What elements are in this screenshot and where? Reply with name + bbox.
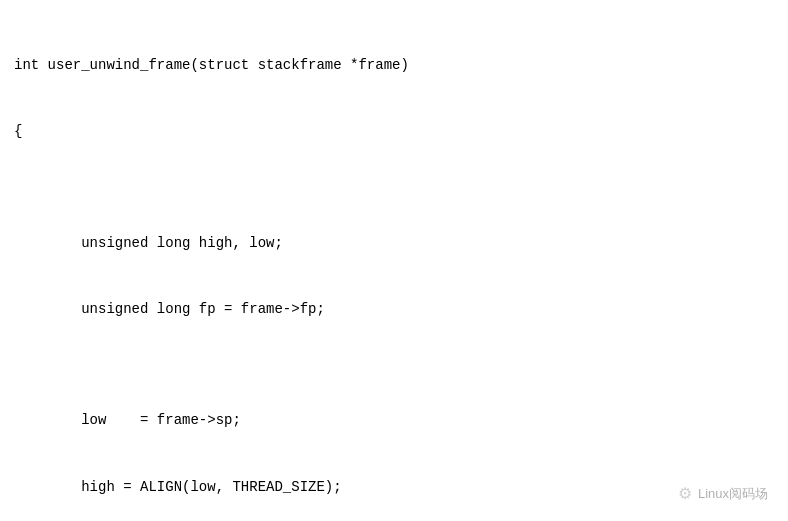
code-line-5: unsigned long fp = frame->fp; xyxy=(14,299,774,321)
code-line-1: int user_unwind_frame(struct stackframe … xyxy=(14,55,774,77)
code-line-7: low = frame->sp; xyxy=(14,410,774,432)
code-line-4: unsigned long high, low; xyxy=(14,233,774,255)
code-line-2: { xyxy=(14,121,774,143)
code-block: int user_unwind_frame(struct stackframe … xyxy=(0,0,788,521)
watermark-icon: ⚙ xyxy=(678,481,692,507)
watermark-text: Linux阅码场 xyxy=(698,484,768,505)
watermark: ⚙ Linux阅码场 xyxy=(678,481,768,507)
code-line-8: high = ALIGN(low, THREAD_SIZE); xyxy=(14,477,774,499)
